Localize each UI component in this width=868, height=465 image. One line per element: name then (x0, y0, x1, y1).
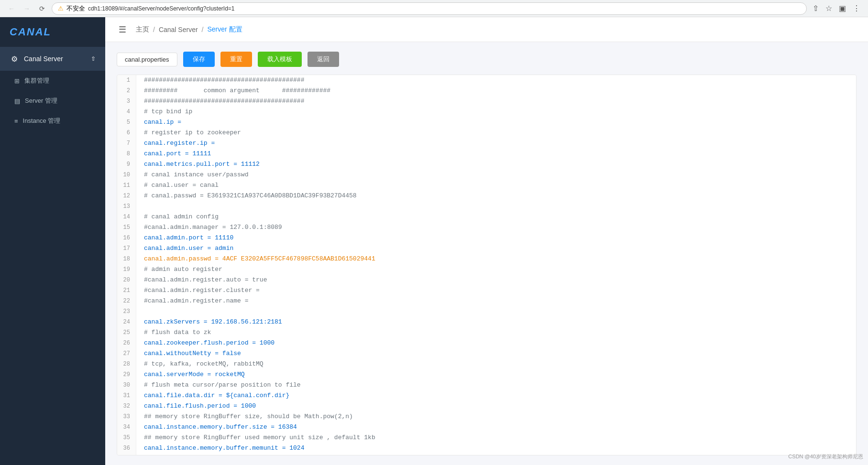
line-number: 15 (117, 222, 136, 233)
warning-label: 不安全 (66, 4, 85, 13)
breadcrumb-canal-server: Canal Server (159, 26, 198, 33)
reload-btn[interactable]: ⟳ (36, 3, 48, 14)
line-number: 14 (117, 212, 136, 222)
line-content: canal.admin.port = 11110 (136, 233, 233, 243)
line-content: # flush data to zk (136, 327, 211, 338)
code-line: 16canal.admin.port = 11110 (117, 233, 856, 243)
line-content: # flush meta cursor/parse position to fi… (136, 380, 301, 390)
line-number: 24 (117, 317, 136, 327)
line-content: canal.file.data.dir = ${canal.conf.dir} (136, 390, 289, 401)
code-line: 30# flush meta cursor/parse position to … (117, 380, 856, 390)
code-line: 17canal.admin.user = admin (117, 243, 856, 254)
line-content: canal.register.ip = (136, 138, 215, 149)
load-template-button[interactable]: 载入模板 (258, 52, 302, 67)
code-line: 24canal.zkServers = 192.168.56.121:2181 (117, 317, 856, 327)
logo-text: CANAL (10, 26, 51, 38)
line-content: # register ip to zookeeper (136, 128, 241, 138)
split-icon[interactable]: ▣ (837, 3, 848, 14)
line-content: canal.zkServers = 192.168.56.121:2181 (136, 317, 282, 327)
line-content: canal.serverMode = rocketMQ (136, 369, 245, 380)
line-content: canal.metrics.pull.port = 11112 (136, 159, 260, 170)
code-line: 12# canal.passwd = E3619321C1A937C46A0D8… (117, 191, 856, 201)
save-button[interactable]: 保存 (183, 52, 215, 67)
sidebar: CANAL ⚙ Canal Server ⇧ ⊞ 集群管理 ▤ Server 管… (0, 17, 105, 465)
line-number: 32 (117, 401, 136, 411)
code-editor[interactable]: 1#######################################… (117, 75, 857, 455)
share-icon[interactable]: ⇧ (811, 3, 821, 14)
line-content: # canal instance user/passwd (136, 170, 248, 180)
line-content: canal.withoutNetty = false (136, 348, 241, 359)
code-line: 9canal.metrics.pull.port = 11112 (117, 159, 856, 170)
line-number: 31 (117, 390, 136, 401)
code-line: 31canal.file.data.dir = ${canal.conf.dir… (117, 390, 856, 401)
code-line: 26canal.zookeeper.flush.period = 1000 (117, 338, 856, 348)
line-content: canal.admin.user = admin (136, 243, 233, 254)
line-number: 25 (117, 327, 136, 338)
hamburger-btn[interactable]: ☰ (117, 22, 128, 37)
line-number: 7 (117, 138, 136, 149)
watermark: CSDN @40岁资深老架构师尼恩 (788, 453, 863, 460)
line-content: canal.ip = (136, 117, 181, 128)
server-label: Server 管理 (25, 97, 57, 105)
code-line: 27canal.withoutNetty = false (117, 348, 856, 359)
code-line: 34canal.instance.memory.buffer.size = 16… (117, 422, 856, 433)
code-line: 6# register ip to zookeeper (117, 128, 856, 138)
line-number: 17 (117, 243, 136, 254)
line-content: # canal admin config (136, 212, 219, 222)
main-content: ☰ 主页 / Canal Server / Server 配置 canal.pr… (105, 17, 868, 465)
back-button[interactable]: 返回 (308, 52, 339, 67)
back-btn[interactable]: ← (6, 3, 17, 14)
code-line: 37## meory store gets mode used MEMSIZE … (117, 454, 856, 455)
line-content: # tcp bind ip (136, 107, 192, 117)
code-line: 19# admin auto register (117, 264, 856, 275)
code-line: 3#######################################… (117, 96, 856, 107)
sidebar-logo: CANAL (0, 17, 105, 47)
bookmark-icon[interactable]: ☆ (824, 3, 834, 14)
line-number: 29 (117, 369, 136, 380)
line-content: ########################################… (136, 75, 304, 86)
line-number: 5 (117, 117, 136, 128)
code-line: 4# tcp bind ip (117, 107, 856, 117)
sidebar-section: ⊞ 集群管理 ▤ Server 管理 ≡ Instance 管理 (0, 70, 105, 131)
line-content: # tcp, kafka, rocketMQ, rabbitMQ (136, 359, 264, 369)
line-content: #canal.admin.register.name = (136, 296, 248, 306)
code-line: 2######### common argument ############# (117, 86, 856, 96)
line-number: 16 (117, 233, 136, 243)
address-bar[interactable]: ⚠ 不安全 cdh1:18089/#/canalServer/nodeServe… (52, 2, 807, 15)
line-content: canal.instance.memory.buffer.memunit = 1… (136, 443, 304, 454)
menu-icon[interactable]: ⋮ (851, 3, 862, 14)
code-line: 18canal.admin.passwd = 4ACF E3202A5FF5CF… (117, 254, 856, 264)
code-line: 33## memory store RingBuffer size, shoul… (117, 411, 856, 422)
breadcrumb-server-config: Server 配置 (207, 25, 242, 34)
line-content: #canal.admin.manager = 127.0.0.1:8089 (136, 222, 282, 233)
line-number: 26 (117, 338, 136, 348)
code-line: 32canal.file.flush.period = 1000 (117, 401, 856, 411)
cluster-icon: ⊞ (14, 77, 20, 85)
line-content: canal.port = 11111 (136, 149, 211, 159)
line-content (136, 201, 144, 212)
code-line: 13 (117, 201, 856, 212)
code-line: 35## memory store RingBuffer used memory… (117, 433, 856, 443)
content-area: canal.properties 保存 重置 载入模板 返回 1########… (105, 42, 868, 465)
code-line: 28# tcp, kafka, rocketMQ, rabbitMQ (117, 359, 856, 369)
code-line: 21#canal.admin.register.cluster = (117, 285, 856, 296)
line-content (136, 306, 144, 317)
browser-bar: ← → ⟳ ⚠ 不安全 cdh1:18089/#/canalServer/nod… (0, 0, 868, 17)
line-number: 33 (117, 411, 136, 422)
reset-button[interactable]: 重置 (220, 52, 252, 67)
line-number: 12 (117, 191, 136, 201)
sidebar-item-instance-mgmt[interactable]: ≡ Instance 管理 (0, 111, 105, 131)
code-line: 10# canal instance user/passwd (117, 170, 856, 180)
warning-icon: ⚠ (58, 5, 64, 12)
line-number: 22 (117, 296, 136, 306)
line-number: 18 (117, 254, 136, 264)
sidebar-canal-server-label: Canal Server (24, 55, 86, 63)
sidebar-item-cluster-mgmt[interactable]: ⊞ 集群管理 (0, 71, 105, 91)
forward-btn[interactable]: → (21, 3, 33, 14)
code-line: 25# flush data to zk (117, 327, 856, 338)
code-line: 5canal.ip = (117, 117, 856, 128)
sidebar-item-canal-server[interactable]: ⚙ Canal Server ⇧ (0, 47, 105, 70)
instance-icon: ≡ (14, 118, 18, 125)
code-line: 15#canal.admin.manager = 127.0.0.1:8089 (117, 222, 856, 233)
sidebar-item-server-mgmt[interactable]: ▤ Server 管理 (0, 91, 105, 111)
